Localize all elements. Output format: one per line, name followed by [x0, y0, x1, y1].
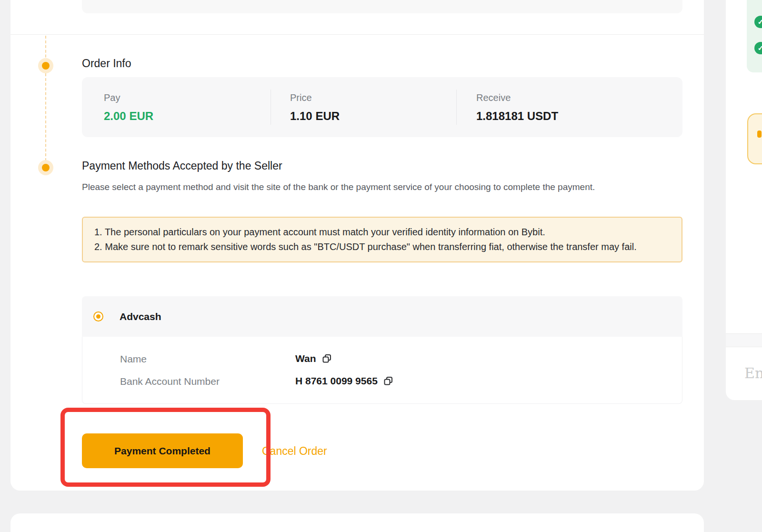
- payment-methods-heading: Payment Methods Accepted by the Seller: [82, 159, 282, 172]
- payment-completed-button[interactable]: Payment Completed: [82, 433, 243, 468]
- chat-toolbar-band: [726, 334, 762, 347]
- notice-line-2: 2. Make sure not to remark sensitive wor…: [94, 240, 670, 254]
- page-background: { "order_info": { "heading": "Order Info…: [0, 0, 762, 532]
- timeline-dot-core: [42, 62, 50, 70]
- order-info-heading: Order Info: [82, 57, 131, 70]
- detail-value-bank-account: H 8761 0099 9565: [295, 375, 393, 387]
- copy-icon[interactable]: [383, 376, 393, 386]
- column-divider: [456, 90, 457, 125]
- detail-label-name: Name: [120, 353, 147, 365]
- timeline-dot-order-info: [38, 58, 53, 73]
- chat-input[interactable]: En: [744, 365, 762, 381]
- radio-dot: [96, 314, 100, 319]
- column-divider: [271, 90, 271, 125]
- cancel-order-link[interactable]: Cancel Order: [262, 445, 327, 458]
- payment-prompt-icon: [756, 130, 762, 144]
- price-label: Price: [290, 91, 312, 104]
- detail-value-name: Wan: [295, 352, 332, 365]
- payment-methods-description: Please select a payment method and visit…: [82, 180, 642, 194]
- bank-account-value: H 8761 0099 9565: [295, 375, 378, 387]
- timeline-dot-payment-methods: [38, 160, 53, 175]
- receive-label: Receive: [476, 91, 511, 104]
- radio-selected-icon[interactable]: [93, 311, 103, 321]
- payment-method-advcash[interactable]: Advcash: [82, 296, 682, 337]
- payment-method-details: [82, 337, 682, 404]
- payment-method-name: Advcash: [120, 311, 161, 322]
- name-value: Wan: [295, 352, 316, 365]
- notice-box: 1. The personal particulars on your paym…: [82, 217, 682, 262]
- chat-success-message-panel: [747, 0, 762, 72]
- previous-section-panel: [82, 0, 682, 13]
- notice-line-1: 1. The personal particulars on your paym…: [94, 225, 670, 240]
- detail-label-bank-account: Bank Account Number: [120, 375, 220, 388]
- section-divider: [10, 34, 704, 35]
- next-section-card: [10, 513, 704, 532]
- price-value: 1.10 EUR: [290, 109, 340, 124]
- timeline-dot-core: [42, 164, 50, 171]
- copy-icon[interactable]: [321, 353, 332, 364]
- timeline-dashed-line: [45, 36, 46, 161]
- order-info-panel: [82, 77, 682, 137]
- receive-value: 1.818181 USDT: [476, 109, 558, 124]
- pay-value: 2.00 EUR: [104, 109, 153, 124]
- pay-label: Pay: [104, 91, 120, 104]
- chat-divider: [726, 347, 762, 347]
